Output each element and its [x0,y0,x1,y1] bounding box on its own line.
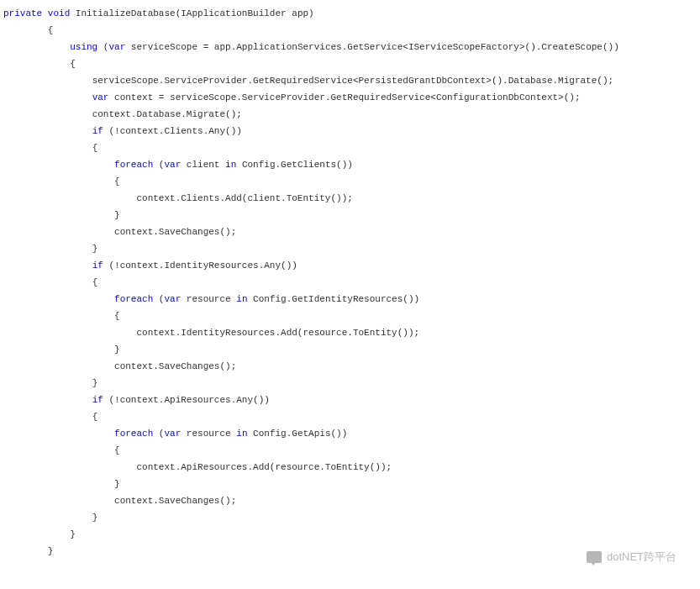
code-line: } [3,375,697,392]
code-line: context.SaveChanges(); [3,492,697,509]
code-line: { [3,22,697,39]
code-line: { [3,139,697,156]
code-line: foreach (var resource in Config.GetApis(… [3,425,697,442]
code-line: { [3,442,697,459]
code-line: { [3,408,697,425]
code-line: if (!context.IdentityResources.Any()) [3,257,697,274]
code-line: foreach (var resource in Config.GetIdent… [3,291,697,308]
code-line: context.SaveChanges(); [3,358,697,375]
code-line: { [3,55,697,72]
code-line: serviceScope.ServiceProvider.GetRequired… [3,72,697,89]
code-line: context.Clients.Add(client.ToEntity()); [3,190,697,207]
code-line: if (!context.Clients.Any()) [3,123,697,139]
code-line: } [3,476,697,492]
watermark-text: dotNET跨平台 [607,549,676,565]
code-line: context.SaveChanges(); [3,224,697,240]
code-block: private void InitializeDatabase(IApplica… [3,5,697,560]
code-line: context.ApiResources.Add(resource.ToEnti… [3,459,697,476]
code-line: } [3,526,697,543]
wechat-icon [587,551,602,563]
code-line: } [3,341,697,358]
code-line: foreach (var client in Config.GetClients… [3,156,697,173]
code-line: var context = serviceScope.ServiceProvid… [3,89,697,106]
code-line: context.Database.Migrate(); [3,106,697,123]
code-line: { [3,274,697,291]
code-line: if (!context.ApiResources.Any()) [3,392,697,408]
code-line: { [3,173,697,190]
code-line: { [3,308,697,324]
watermark: dotNET跨平台 [587,549,676,565]
code-line: using (var serviceScope = app.Applicatio… [3,39,697,55]
code-line: } [3,240,697,257]
code-line: context.IdentityResources.Add(resource.T… [3,324,697,341]
code-line: } [3,509,697,526]
code-line: } [3,207,697,224]
code-line: private void InitializeDatabase(IApplica… [3,5,697,22]
